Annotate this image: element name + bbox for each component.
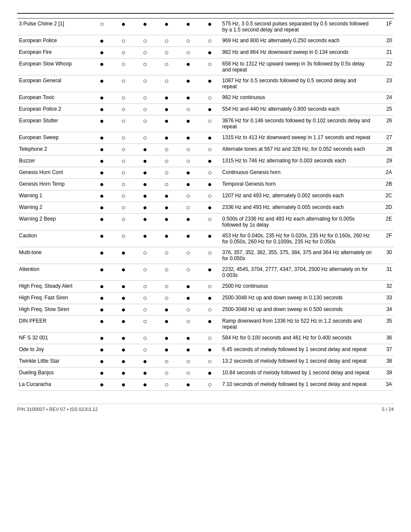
sound-description: Alternate tones at 567 Hz and 326 Hz, fo… xyxy=(221,144,374,156)
filled-dot: ● xyxy=(186,169,190,176)
dot-cell-0: ● xyxy=(91,35,112,47)
sound-description: 982 Hz continuous xyxy=(221,92,374,104)
dot-cell-1: ○ xyxy=(112,115,134,132)
dot-cell-4: ● xyxy=(177,179,199,190)
dot-cell-3: ○ xyxy=(156,167,177,179)
filled-dot: ● xyxy=(186,180,190,188)
sound-code: 26 xyxy=(374,115,394,132)
sound-name: NF S 32 001 xyxy=(17,333,91,344)
sound-code: 34 xyxy=(374,304,394,316)
filled-dot: ● xyxy=(121,358,126,365)
dot-cell-3: ● xyxy=(156,214,177,230)
dot-cell-0: ● xyxy=(91,115,112,132)
dot-cell-0: ● xyxy=(91,247,112,264)
table-row: European General●○○○●●1087 Hz for 0.5 se… xyxy=(17,75,394,92)
sound-description: 2500-3048 Hz up and down sweep in 0.500 … xyxy=(221,304,374,316)
sound-name: European Stutter xyxy=(17,115,91,132)
footer: P/N 3100007 • REV 07 • ISS 02JUL12 5 / 2… xyxy=(17,404,394,412)
dot-cell-1: ● xyxy=(112,304,134,316)
dot-cell-1: ● xyxy=(112,19,134,35)
dot-cell-5: ● xyxy=(199,316,221,333)
sound-code: 2C xyxy=(374,190,394,202)
filled-dot: ● xyxy=(121,306,126,313)
filled-dot: ● xyxy=(165,134,169,141)
dot-cell-5: ● xyxy=(199,132,221,144)
dot-cell-0: ● xyxy=(91,304,112,316)
filled-dot: ● xyxy=(143,358,147,365)
dot-cell-3: ● xyxy=(156,316,177,333)
sound-name: European General xyxy=(17,75,91,92)
table-row: Multi-tone●●○○○○376, 357, 352, 382, 355,… xyxy=(17,247,394,264)
filled-dot: ● xyxy=(121,20,126,28)
open-dot: ○ xyxy=(165,49,169,56)
sound-name: Multi-tone xyxy=(17,247,91,264)
filled-dot: ● xyxy=(143,192,147,199)
sound-name: 3 Pulse Chime 2 [1] xyxy=(17,19,91,35)
table-row: Telephone 2●○●○○○Alternate tones at 567 … xyxy=(17,144,394,156)
dot-cell-5: ○ xyxy=(199,379,221,391)
open-dot: ○ xyxy=(208,60,212,68)
dot-cell-3: ○ xyxy=(156,144,177,156)
sound-name: DIN PFEER xyxy=(17,316,91,333)
dot-cell-2: ● xyxy=(134,379,156,391)
filled-dot: ● xyxy=(100,334,104,342)
filled-dot: ● xyxy=(143,204,147,211)
dot-cell-3: ○ xyxy=(156,367,177,379)
filled-dot: ● xyxy=(208,106,212,113)
filled-dot: ● xyxy=(165,192,169,199)
open-dot: ○ xyxy=(143,249,147,256)
dot-cell-1: ○ xyxy=(112,92,134,104)
dot-cell-3: ○ xyxy=(156,281,177,292)
table-row: NF S 32 001●●○●●○584 Hz for 0.100 second… xyxy=(17,333,394,344)
sound-description: 13.2 seconds of melody followed by 1 sec… xyxy=(221,356,374,367)
dot-cell-0: ● xyxy=(91,344,112,356)
open-dot: ○ xyxy=(121,49,126,56)
dot-cell-0: ● xyxy=(91,59,112,75)
dot-cell-2: ○ xyxy=(134,132,156,144)
filled-dot: ● xyxy=(208,204,212,211)
dot-cell-4: ○ xyxy=(177,316,199,333)
sound-description: 0.500s of 2336 Hz and 493 Hz each altern… xyxy=(221,214,374,230)
dot-cell-3: ○ xyxy=(156,264,177,281)
dot-cell-0: ● xyxy=(91,333,112,344)
sound-code: 27 xyxy=(374,132,394,144)
dot-cell-0: ● xyxy=(91,367,112,379)
filled-dot: ● xyxy=(121,381,126,388)
filled-dot: ● xyxy=(208,20,212,28)
open-dot: ○ xyxy=(143,134,147,141)
sound-description: 7.10 seconds of melody followed by 1 sec… xyxy=(221,379,374,391)
open-dot: ○ xyxy=(208,334,212,342)
dot-cell-3: ● xyxy=(156,132,177,144)
dot-cell-5: ● xyxy=(199,292,221,304)
filled-dot: ● xyxy=(186,334,190,342)
dot-cell-3: ○ xyxy=(156,179,177,190)
dot-cell-5: ● xyxy=(199,202,221,214)
filled-dot: ● xyxy=(208,232,212,240)
dot-cell-0: ● xyxy=(91,264,112,281)
sound-name: High Freq. Steady Alert xyxy=(17,281,91,292)
filled-dot: ● xyxy=(100,306,104,313)
dot-cell-2: ○ xyxy=(134,344,156,356)
open-dot: ○ xyxy=(186,106,190,113)
dot-cell-3: ○ xyxy=(156,156,177,167)
sound-name: Twinkle Little Star xyxy=(17,356,91,367)
sound-description: 2336 Hz and 493 Hz, alternately 0.005 se… xyxy=(221,202,374,214)
open-dot: ○ xyxy=(143,77,147,84)
table-row: Attention●●○○○●2232, 4545, 3704, 2777, 4… xyxy=(17,264,394,281)
sound-description: 1315 Hz to 746 Hz alternating for 0.003 … xyxy=(221,156,374,167)
dot-cell-1: ○ xyxy=(112,132,134,144)
dot-cell-0: ● xyxy=(91,179,112,190)
sound-description: 982 Hz and 864 Hz downward sweep in 0.13… xyxy=(221,47,374,59)
dot-cell-1: ● xyxy=(112,281,134,292)
sound-description: 1315 Hz to 413 Hz downward sweep in 1.17… xyxy=(221,132,374,144)
dot-cell-2: ○ xyxy=(134,115,156,132)
dot-cell-1: ● xyxy=(112,316,134,333)
sound-description: 2500 Hz continuous xyxy=(221,281,374,292)
filled-dot: ● xyxy=(100,369,104,376)
dot-cell-0: ● xyxy=(91,104,112,115)
open-dot: ○ xyxy=(165,294,169,302)
dot-cell-2: ● xyxy=(134,190,156,202)
open-dot: ○ xyxy=(143,334,147,342)
dot-cell-2: ● xyxy=(134,179,156,190)
sound-description: 584 Hz for 0.100 seconds and 461 Hz for … xyxy=(221,333,374,344)
